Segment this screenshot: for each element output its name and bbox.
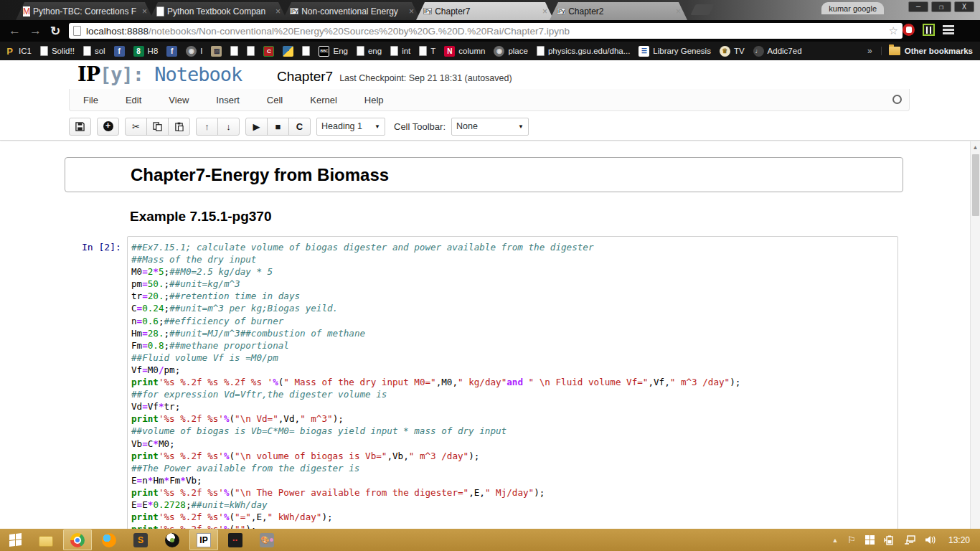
back-icon[interactable]: ←: [9, 24, 21, 38]
tab-close-icon[interactable]: ×: [273, 6, 283, 17]
start-button[interactable]: [0, 529, 30, 551]
bookmark-item[interactable]: f: [166, 46, 177, 57]
battery-icon[interactable]: [884, 535, 895, 545]
restore-button[interactable]: ❐: [931, 1, 951, 12]
profile-name-badge[interactable]: kumar google: [821, 2, 884, 14]
forward-icon[interactable]: →: [29, 24, 42, 38]
bookmark-item[interactable]: C: [263, 46, 274, 57]
cell-type-select[interactable]: Heading 1▼: [316, 118, 385, 136]
move-cell-down-button[interactable]: ↓: [217, 118, 240, 136]
browser-tab-chapter7[interactable]: IPyChapter7×: [416, 2, 554, 20]
code-input-area[interactable]: ##Ex7.15.1; calculate volume of biogas d…: [127, 236, 898, 529]
notebook-title[interactable]: Chapter7: [277, 69, 333, 85]
page-scrollbar[interactable]: ▲: [970, 141, 980, 529]
reload-icon[interactable]: ↻: [50, 24, 60, 39]
page-icon: [419, 46, 427, 56]
bookmark-item-i[interactable]: ◉I: [186, 46, 202, 57]
chrome-taskbar-button[interactable]: [63, 529, 92, 550]
texworks-taskbar-button[interactable]: ••: [221, 529, 250, 550]
copy-cell-button[interactable]: [146, 118, 169, 136]
restart-kernel-button[interactable]: C: [288, 118, 311, 136]
address-bar[interactable]: localhost:8888/notebooks/Non-conventiona…: [69, 23, 903, 39]
url-text[interactable]: localhost:8888/notebooks/Non-conventiona…: [86, 26, 885, 37]
bookmark-item-eng[interactable]: eng: [357, 46, 382, 56]
tab-close-icon[interactable]: ×: [140, 6, 149, 17]
scrollbar-thumb[interactable]: [972, 154, 979, 216]
tab-label: Python-TBC: Corrections F: [33, 6, 137, 17]
adblock-extension-icon[interactable]: [903, 24, 915, 36]
save-button[interactable]: [69, 118, 91, 136]
heading1-text: Chapter7-Energy from Biomass: [131, 165, 389, 185]
bookmark-item-h8[interactable]: 8H8: [133, 46, 159, 57]
action-center-flag-icon[interactable]: ⚐: [847, 534, 856, 545]
add-cell-button[interactable]: +: [97, 118, 119, 136]
media-player-taskbar-button[interactable]: [158, 529, 187, 550]
bookmark-item-solid-[interactable]: Solid!!: [40, 46, 75, 56]
menu-view[interactable]: View: [155, 95, 202, 105]
taskbar-clock[interactable]: 13:20: [948, 535, 970, 545]
close-button[interactable]: X: [954, 1, 974, 12]
tab-close-icon[interactable]: ×: [540, 6, 550, 17]
bookmark-item[interactable]: ▨: [211, 46, 222, 57]
menu-help[interactable]: Help: [351, 95, 397, 105]
homegroup-icon[interactable]: [865, 535, 875, 545]
paste-cell-button[interactable]: [168, 118, 190, 136]
facebook-icon: f: [166, 46, 177, 57]
menu-insert[interactable]: Insert: [202, 95, 253, 105]
bookmark-item-library-genesis[interactable]: ☰Library Genesis: [639, 46, 711, 57]
heading-cell-selected[interactable]: Chapter7-Energy from Biomass: [65, 157, 903, 192]
menu-kernel[interactable]: Kernel: [296, 95, 351, 105]
bookmark-item-eng[interactable]: BBCEng: [319, 46, 347, 57]
code-line: M0=2*5;##M0=2.5 kg/day * 5: [131, 265, 894, 278]
bookmark-label: TV: [734, 47, 745, 55]
network-icon[interactable]: [904, 535, 915, 545]
bookmark-item-addic7ed[interactable]: ♩Addic7ed: [753, 46, 802, 57]
bookmark-item[interactable]: [230, 46, 238, 56]
show-hidden-icons-button[interactable]: ▲: [831, 537, 838, 544]
sublime-text-taskbar-button[interactable]: S: [126, 529, 155, 550]
menu-file[interactable]: File: [70, 95, 112, 105]
browser-tab-python-tbc-corrections-f[interactable]: MPython-TBC: Corrections F×: [16, 2, 154, 20]
bookmark-item-tv[interactable]: ♛TV: [720, 46, 745, 57]
restaurant-extension-icon[interactable]: [923, 24, 935, 36]
other-bookmarks-button[interactable]: Other bookmarks: [881, 47, 973, 55]
bookmark-item[interactable]: f: [114, 46, 125, 57]
bookmarks-overflow-chevron[interactable]: »: [867, 46, 872, 56]
volume-icon[interactable]: [925, 535, 936, 545]
bookmark-item-ic1[interactable]: PIC1: [4, 46, 32, 57]
scroll-up-arrow-icon[interactable]: ▲: [971, 141, 980, 151]
bookmark-item-column[interactable]: Ncolumn: [444, 46, 485, 57]
tab-close-icon[interactable]: ×: [407, 6, 416, 17]
menu-edit[interactable]: Edit: [112, 95, 155, 105]
bookmark-item[interactable]: [247, 46, 255, 56]
run-cell-button[interactable]: ▶: [245, 118, 268, 136]
bookmark-item-place[interactable]: ◉place: [494, 46, 528, 57]
tab-close-icon[interactable]: ×: [674, 6, 683, 17]
bookmark-star-icon[interactable]: ☆: [889, 24, 898, 37]
menu-cell[interactable]: Cell: [253, 95, 296, 105]
chrome-menu-icon[interactable]: [943, 25, 954, 34]
bookmark-item[interactable]: [283, 46, 293, 57]
bookmark-item-sol[interactable]: sol: [83, 46, 105, 56]
browser-tab-chapter2[interactable]: IPyChapter2×: [550, 2, 687, 20]
ipython-logo[interactable]: IP[y]: Notebook: [77, 63, 242, 85]
cut-cell-button[interactable]: ✂: [125, 118, 147, 136]
bookmark-item-t[interactable]: T: [419, 46, 435, 56]
new-tab-button[interactable]: [691, 4, 715, 15]
paint-taskbar-button[interactable]: 🎨: [253, 529, 281, 550]
ipython-taskbar-button[interactable]: IP: [189, 529, 218, 550]
browser-tab-non-conventional-energy[interactable]: IPyNon-conventional Energy×: [283, 2, 420, 20]
file-explorer-taskbar-button[interactable]: [32, 529, 60, 550]
bookmark-label: physics.gsu.edu/dha...: [548, 47, 630, 55]
paste-icon: [174, 122, 184, 131]
interrupt-kernel-button[interactable]: ■: [267, 118, 289, 136]
bookmark-item-physics-gsu-edu-dha-[interactable]: physics.gsu.edu/dha...: [537, 46, 630, 56]
firefox-taskbar-button[interactable]: [95, 529, 123, 550]
heading2-text[interactable]: Example 7.15.1-pg370: [130, 209, 272, 225]
cell-toolbar-select[interactable]: None▼: [451, 118, 529, 136]
browser-tab-python-textbook-compan[interactable]: Python Textbook Compan×: [149, 2, 287, 20]
move-cell-up-button[interactable]: ↑: [196, 118, 218, 136]
bookmark-item[interactable]: [302, 46, 310, 56]
bookmark-item-int[interactable]: int: [390, 46, 410, 56]
minimize-button[interactable]: ─: [908, 1, 928, 12]
